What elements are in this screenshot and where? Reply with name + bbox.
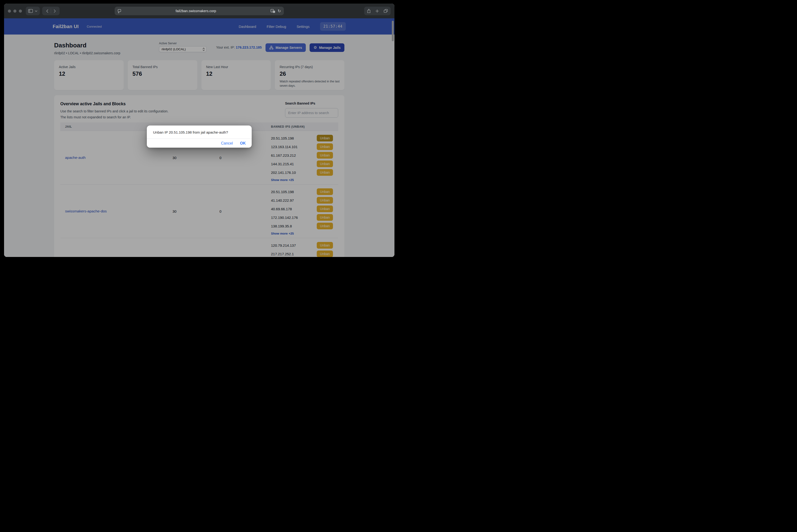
minimize-window-button[interactable] xyxy=(13,10,16,13)
browser-toolbar: fail2ban.swissmakers.corp A x ↻ xyxy=(4,4,395,18)
translate-icon[interactable]: A x xyxy=(271,9,275,13)
address-bar[interactable]: fail2ban.swissmakers.corp A x ↻ xyxy=(115,7,284,15)
forward-button[interactable] xyxy=(51,7,58,15)
dialog-message: Unban IP 20.51.105.198 from jail apache-… xyxy=(147,126,252,138)
share-icon[interactable] xyxy=(367,9,370,13)
new-tab-icon[interactable] xyxy=(375,9,379,13)
window-controls xyxy=(8,10,22,13)
back-button[interactable] xyxy=(43,7,51,15)
zoom-window-button[interactable] xyxy=(19,10,22,13)
cancel-button[interactable]: Cancel xyxy=(221,141,233,146)
close-window-button[interactable] xyxy=(8,10,11,13)
confirm-dialog: Unban IP 20.51.105.198 from jail apache-… xyxy=(147,126,252,148)
ok-button[interactable]: OK xyxy=(240,141,246,146)
sidebar-icon xyxy=(28,9,33,13)
browser-window: fail2ban.swissmakers.corp A x ↻ xyxy=(4,4,395,257)
url-text[interactable]: fail2ban.swissmakers.corp xyxy=(121,9,271,13)
web-content: Fail2ban UI Connected Dashboard Filter D… xyxy=(4,18,395,257)
reload-icon[interactable]: ↻ xyxy=(278,8,281,13)
toolbar-right xyxy=(364,7,391,15)
page-settings-icon[interactable] xyxy=(117,9,121,13)
chevron-down-icon xyxy=(35,10,37,12)
svg-text:A: A xyxy=(271,10,273,12)
tab-overview-icon[interactable] xyxy=(384,9,388,13)
history-nav xyxy=(42,7,59,15)
svg-text:x: x xyxy=(273,11,274,13)
sidebar-toggle[interactable] xyxy=(26,7,40,15)
